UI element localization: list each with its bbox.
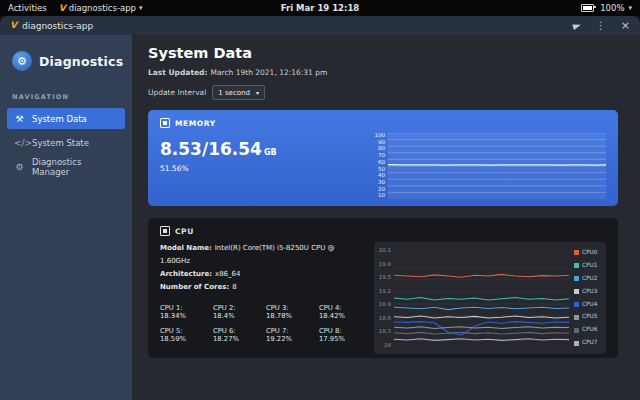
cpu-info-label: Number of Cores: xyxy=(160,283,229,291)
window-title: diagnostics-app xyxy=(22,21,93,31)
axis-tick: 30 xyxy=(374,180,385,186)
axis-tick: 100 xyxy=(374,133,385,139)
system-tray[interactable]: 100% ▾ xyxy=(581,3,632,13)
legend-item: CPU5 xyxy=(574,314,600,320)
memory-chip-icon xyxy=(160,118,170,128)
sidebar-item-label: System Data xyxy=(32,114,87,124)
legend-label: CPU6 xyxy=(582,327,597,333)
legend-swatch xyxy=(574,250,579,255)
axis-tick: 70 xyxy=(374,153,385,159)
memory-usage-value: 8.53/16.54 xyxy=(160,139,262,159)
cpu-chart-ticks: 20.119.819.519.218.918.618.318 xyxy=(378,248,394,348)
memory-card: MEMORY 8.53/16.54GB 51.56% 1009080706050… xyxy=(148,110,618,206)
clock[interactable]: Fri Mar 19 12:18 xyxy=(281,3,360,13)
window-titlebar[interactable]: V diagnostics-app ⋮ × xyxy=(0,16,640,35)
axis-tick: 50 xyxy=(374,167,385,173)
close-icon[interactable]: × xyxy=(621,19,630,32)
legend-swatch xyxy=(574,302,579,307)
cpu-usage-cell: CPU 6: 18.27% xyxy=(213,327,258,343)
kebab-menu-icon[interactable]: ⋮ xyxy=(596,20,606,31)
memory-usage-unit: GB xyxy=(264,148,277,157)
legend-item: CPU2 xyxy=(574,276,600,282)
axis-tick: 18.6 xyxy=(378,316,391,322)
legend-item: CPU0 xyxy=(574,250,600,256)
legend-item: CPU1 xyxy=(574,263,600,269)
cpu-usage-cell: CPU 3: 18.78% xyxy=(266,304,311,320)
page-title: System Data xyxy=(148,45,618,61)
chevron-down-icon: ▾ xyxy=(256,89,259,96)
legend-label: CPU5 xyxy=(582,314,597,320)
update-interval-label: Update Interval xyxy=(148,88,206,97)
cpu-chip-icon xyxy=(160,226,170,236)
legend-item: CPU6 xyxy=(574,327,600,333)
cpu-usage-cell: CPU 7: 19.22% xyxy=(266,327,311,343)
axis-tick: 90 xyxy=(374,140,385,146)
axis-tick: 80 xyxy=(374,146,385,152)
sidebar-item-label: System State xyxy=(32,138,89,148)
app-window: ⚙ Diagnostics NAVIGATION ⚒System Data</>… xyxy=(0,35,640,400)
legend-swatch xyxy=(574,315,579,320)
cpu-card: CPU Model Name:Intel(R) Core(TM) i5-8250… xyxy=(148,218,618,358)
axis-tick: 19.5 xyxy=(378,275,391,281)
last-updated-label: Last Updated: xyxy=(148,68,207,77)
axis-tick: 18 xyxy=(378,343,391,349)
paper-plane-icon[interactable] xyxy=(572,21,581,29)
axis-tick: 18.3 xyxy=(378,329,391,335)
legend-swatch xyxy=(574,263,579,268)
chevron-down-icon: ▾ xyxy=(139,4,143,12)
brand: ⚙ Diagnostics xyxy=(0,35,132,77)
legend-swatch xyxy=(574,289,579,294)
last-updated: Last Updated:March 19th 2021, 12:16:31 p… xyxy=(148,68,618,77)
memory-chart: 100908070605040302010 xyxy=(374,133,606,199)
cpu-info: Model Name:Intel(R) Core(TM) i5-8250U CP… xyxy=(160,242,364,294)
desktop: Activities V diagnostics-app ▾ Fri Mar 1… xyxy=(0,0,640,400)
axis-tick: 19.2 xyxy=(378,289,391,295)
axis-tick: 60 xyxy=(374,160,385,166)
legend-label: CPU0 xyxy=(582,250,597,256)
update-interval-value: 1 second xyxy=(218,89,250,97)
chevron-down-icon: ▾ xyxy=(628,4,632,12)
app-logo-icon: V xyxy=(59,4,66,13)
sidebar: ⚙ Diagnostics NAVIGATION ⚒System Data</>… xyxy=(0,35,132,400)
app-indicator[interactable]: V diagnostics-app ▾ xyxy=(59,3,143,13)
cpu-info-value: 8 xyxy=(232,283,236,291)
cpu-chart-legend: CPU0CPU1CPU2CPU3CPU4CPU5CPU6CPU7 xyxy=(569,248,600,348)
activities-button[interactable]: Activities xyxy=(8,3,47,13)
sidebar-nav: ⚒System Data</>System State⚙Diagnostics … xyxy=(0,108,132,177)
wrench-icon: ⚒ xyxy=(14,114,25,124)
top-bar: Activities V diagnostics-app ▾ Fri Mar 1… xyxy=(0,0,640,16)
legend-swatch xyxy=(574,276,579,281)
diagnostics-logo-icon: ⚙ xyxy=(12,51,32,71)
sidebar-item-system-state[interactable]: </>System State xyxy=(7,132,125,153)
memory-stats: 8.53/16.54GB 51.56% xyxy=(160,133,374,199)
last-updated-value: March 19th 2021, 12:16:31 pm xyxy=(210,68,327,77)
cpu-info-label: Model Name: xyxy=(160,244,212,252)
nav-section-label: NAVIGATION xyxy=(12,93,132,101)
axis-tick: 40 xyxy=(374,173,385,179)
main-content: System Data Last Updated:March 19th 2021… xyxy=(132,35,640,400)
battery-icon xyxy=(581,4,594,12)
legend-label: CPU2 xyxy=(582,276,597,282)
update-interval-row: Update Interval 1 second ▾ xyxy=(148,85,618,100)
memory-chart-ticks: 100908070605040302010 xyxy=(374,133,388,199)
brand-name: Diagnostics xyxy=(39,54,123,69)
memory-card-title: MEMORY xyxy=(175,119,216,128)
cpu-usage-cell: CPU 2: 18.4% xyxy=(213,304,258,320)
cpu-usage-cell: CPU 4: 18.42% xyxy=(319,304,364,320)
cpu-card-header: CPU xyxy=(160,226,606,236)
sidebar-item-system-data[interactable]: ⚒System Data xyxy=(7,108,125,129)
cpu-chart-plot xyxy=(394,248,569,348)
gear-icon: ⚙ xyxy=(14,162,25,172)
cpu-usage-grid: CPU 1: 18.34%CPU 2: 18.4%CPU 3: 18.78%CP… xyxy=(160,304,364,343)
axis-tick: 20.1 xyxy=(378,248,391,254)
legend-swatch xyxy=(574,328,579,333)
legend-item: CPU4 xyxy=(574,302,600,308)
update-interval-select[interactable]: 1 second ▾ xyxy=(212,85,265,100)
sidebar-item-diagnostics-manager[interactable]: ⚙Diagnostics Manager xyxy=(7,156,125,177)
cpu-usage-cell: CPU 1: 18.34% xyxy=(160,304,205,320)
cpu-info-row: Number of Cores:8 xyxy=(160,281,364,294)
cpu-info-value: x86_64 xyxy=(215,270,240,278)
axis-tick: 18.9 xyxy=(378,302,391,308)
cpu-usage-cell: CPU 5: 18.59% xyxy=(160,327,205,343)
app-logo-icon: V xyxy=(10,21,17,30)
